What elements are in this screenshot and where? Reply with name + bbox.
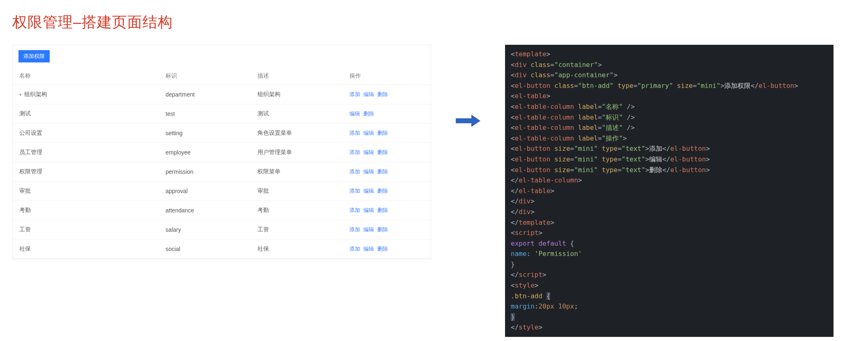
add-button[interactable]: 添加: [349, 91, 360, 97]
table-row: 员工管理employee用户管理菜单添加编辑删除: [13, 143, 431, 162]
edit-button[interactable]: 编辑: [363, 91, 374, 97]
cell-key: salary: [159, 220, 251, 240]
edit-button[interactable]: 编辑: [349, 111, 360, 117]
cell-name: 审批: [13, 182, 159, 201]
chevron-down-icon[interactable]: ▾: [19, 92, 22, 97]
cell-actions: 添加编辑删除: [343, 162, 431, 182]
table-row: ▾组织架构department组织架构添加编辑删除: [13, 85, 431, 104]
delete-button[interactable]: 删除: [377, 149, 388, 155]
edit-button[interactable]: 编辑: [363, 149, 374, 155]
edit-button[interactable]: 编辑: [363, 130, 374, 136]
delete-button[interactable]: 删除: [377, 130, 388, 136]
delete-button[interactable]: 删除: [377, 188, 388, 194]
cell-key: department: [159, 85, 251, 104]
cell-actions: 添加编辑删除: [343, 240, 431, 259]
edit-button[interactable]: 编辑: [363, 188, 374, 194]
add-button[interactable]: 添加: [349, 226, 360, 233]
edit-button[interactable]: 编辑: [363, 246, 374, 252]
delete-button[interactable]: 删除: [377, 246, 388, 252]
cell-desc: 用户管理菜单: [251, 143, 343, 162]
cell-actions: 编辑删除: [343, 104, 431, 124]
edit-button[interactable]: 编辑: [363, 207, 374, 213]
delete-button[interactable]: 删除: [363, 111, 374, 117]
cell-actions: 添加编辑删除: [343, 220, 431, 240]
cell-desc: 组织架构: [251, 85, 343, 104]
cell-key: attendance: [159, 201, 251, 220]
cell-actions: 添加编辑删除: [343, 85, 431, 104]
table-row: 考勤attendance考勤添加编辑删除: [13, 201, 431, 220]
table-row: 权限管理permission权限菜单添加编辑删除: [13, 162, 431, 182]
delete-button[interactable]: 删除: [377, 91, 388, 97]
cell-key: approval: [159, 182, 251, 201]
cell-key: social: [159, 240, 251, 259]
table-row: 工资salary工资添加编辑删除: [13, 220, 431, 240]
delete-button[interactable]: 删除: [377, 207, 388, 213]
table-panel: 添加权限 名称标识描述操作 ▾组织架构department组织架构添加编辑删除测…: [12, 45, 431, 259]
edit-button[interactable]: 编辑: [363, 226, 374, 233]
cell-name: 测试: [13, 104, 159, 124]
cell-desc: 考勤: [251, 201, 343, 220]
cell-desc: 角色设置菜单: [251, 124, 343, 143]
cell-name: 社保: [13, 240, 159, 259]
table-header: 操作: [343, 67, 431, 85]
add-button[interactable]: 添加: [349, 130, 360, 136]
cell-key: employee: [159, 143, 251, 162]
delete-button[interactable]: 删除: [377, 168, 388, 175]
cell-name: ▾组织架构: [13, 85, 159, 104]
cell-name: 权限管理: [13, 162, 159, 182]
cell-actions: 添加编辑删除: [343, 143, 431, 162]
add-button[interactable]: 添加: [349, 207, 360, 213]
cell-actions: 添加编辑删除: [343, 124, 431, 143]
cell-desc: 工资: [251, 220, 343, 240]
cell-name: 工资: [13, 220, 159, 240]
cell-name: 公司设置: [13, 124, 159, 143]
table-header: 描述: [251, 67, 343, 85]
cell-desc: 社保: [251, 240, 343, 259]
table-row: 社保social社保添加编辑删除: [13, 240, 431, 259]
cell-actions: 添加编辑删除: [343, 182, 431, 201]
add-button[interactable]: 添加: [349, 246, 360, 252]
cell-name: 员工管理: [13, 143, 159, 162]
add-button[interactable]: 添加: [349, 188, 360, 194]
cell-name: 考勤: [13, 201, 159, 220]
edit-button[interactable]: 编辑: [363, 168, 374, 175]
cell-desc: 权限菜单: [251, 162, 343, 182]
table-row: 审批approval审批添加编辑删除: [13, 182, 431, 201]
cell-key: setting: [159, 124, 251, 143]
arrow-icon: [456, 45, 480, 127]
cell-desc: 测试: [251, 104, 343, 124]
cell-desc: 审批: [251, 182, 343, 201]
table-header: 标识: [159, 67, 251, 85]
permissions-table: 名称标识描述操作 ▾组织架构department组织架构添加编辑删除测试test…: [13, 67, 431, 259]
add-permission-button[interactable]: 添加权限: [18, 50, 50, 62]
delete-button[interactable]: 删除: [377, 226, 388, 233]
code-panel: <template> <div class="container"> <div …: [505, 45, 834, 337]
table-header: 名称: [13, 67, 159, 85]
table-row: 公司设置setting角色设置菜单添加编辑删除: [13, 124, 431, 143]
page-title: 权限管理–搭建页面结构: [12, 12, 856, 32]
add-button[interactable]: 添加: [349, 149, 360, 155]
add-button[interactable]: 添加: [349, 168, 360, 175]
cell-actions: 添加编辑删除: [343, 201, 431, 220]
table-row: 测试test测试编辑删除: [13, 104, 431, 124]
cell-key: test: [159, 104, 251, 124]
cell-key: permission: [159, 162, 251, 182]
